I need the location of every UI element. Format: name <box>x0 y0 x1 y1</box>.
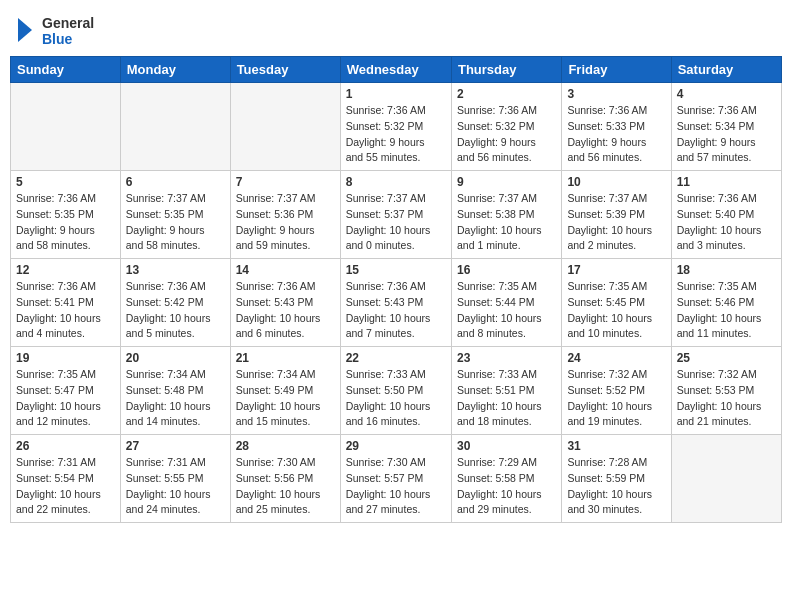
day-info-line: Daylight: 9 hours <box>567 135 665 151</box>
day-info: Sunrise: 7:36 AMSunset: 5:32 PMDaylight:… <box>457 103 556 166</box>
logo: General Blue <box>14 10 94 50</box>
day-info-line: Sunset: 5:41 PM <box>16 295 115 311</box>
day-info-line: Sunset: 5:58 PM <box>457 471 556 487</box>
day-info: Sunrise: 7:37 AMSunset: 5:35 PMDaylight:… <box>126 191 225 254</box>
calendar-cell: 4Sunrise: 7:36 AMSunset: 5:34 PMDaylight… <box>671 83 781 171</box>
day-info-line: and 4 minutes. <box>16 326 115 342</box>
weekday-header: Wednesday <box>340 57 451 83</box>
calendar-cell: 26Sunrise: 7:31 AMSunset: 5:54 PMDayligh… <box>11 435 121 523</box>
day-info-line: Sunset: 5:54 PM <box>16 471 115 487</box>
day-info-line: Daylight: 10 hours <box>16 399 115 415</box>
day-info-line: Daylight: 10 hours <box>16 487 115 503</box>
calendar-week-row: 19Sunrise: 7:35 AMSunset: 5:47 PMDayligh… <box>11 347 782 435</box>
day-info-line: and 29 minutes. <box>457 502 556 518</box>
weekday-header: Tuesday <box>230 57 340 83</box>
calendar-cell: 6Sunrise: 7:37 AMSunset: 5:35 PMDaylight… <box>120 171 230 259</box>
day-info-line: and 58 minutes. <box>16 238 115 254</box>
day-info: Sunrise: 7:30 AMSunset: 5:57 PMDaylight:… <box>346 455 446 518</box>
day-info-line: and 3 minutes. <box>677 238 776 254</box>
day-info-line: Sunrise: 7:37 AM <box>346 191 446 207</box>
day-info-line: Sunset: 5:45 PM <box>567 295 665 311</box>
calendar-cell: 31Sunrise: 7:28 AMSunset: 5:59 PMDayligh… <box>562 435 671 523</box>
day-info-line: and 27 minutes. <box>346 502 446 518</box>
day-number: 12 <box>16 263 115 277</box>
day-info-line: and 2 minutes. <box>567 238 665 254</box>
day-info-line: Daylight: 9 hours <box>457 135 556 151</box>
day-info-line: Sunset: 5:55 PM <box>126 471 225 487</box>
day-info: Sunrise: 7:37 AMSunset: 5:37 PMDaylight:… <box>346 191 446 254</box>
day-number: 10 <box>567 175 665 189</box>
day-info: Sunrise: 7:36 AMSunset: 5:41 PMDaylight:… <box>16 279 115 342</box>
calendar-cell: 19Sunrise: 7:35 AMSunset: 5:47 PMDayligh… <box>11 347 121 435</box>
day-info-line: Sunset: 5:38 PM <box>457 207 556 223</box>
day-info: Sunrise: 7:36 AMSunset: 5:42 PMDaylight:… <box>126 279 225 342</box>
calendar-cell: 15Sunrise: 7:36 AMSunset: 5:43 PMDayligh… <box>340 259 451 347</box>
day-info-line: Sunrise: 7:31 AM <box>126 455 225 471</box>
day-info-line: Daylight: 10 hours <box>236 311 335 327</box>
day-info: Sunrise: 7:36 AMSunset: 5:43 PMDaylight:… <box>346 279 446 342</box>
day-info-line: Daylight: 10 hours <box>16 311 115 327</box>
day-info: Sunrise: 7:29 AMSunset: 5:58 PMDaylight:… <box>457 455 556 518</box>
day-info-line: Sunset: 5:32 PM <box>346 119 446 135</box>
calendar-cell: 29Sunrise: 7:30 AMSunset: 5:57 PMDayligh… <box>340 435 451 523</box>
day-info-line: and 55 minutes. <box>346 150 446 166</box>
calendar-cell <box>230 83 340 171</box>
day-info-line: Sunrise: 7:36 AM <box>16 279 115 295</box>
day-info-line: Daylight: 10 hours <box>346 311 446 327</box>
day-info: Sunrise: 7:37 AMSunset: 5:36 PMDaylight:… <box>236 191 335 254</box>
day-info-line: Daylight: 10 hours <box>236 399 335 415</box>
day-info: Sunrise: 7:32 AMSunset: 5:53 PMDaylight:… <box>677 367 776 430</box>
day-info-line: Daylight: 9 hours <box>16 223 115 239</box>
calendar-week-row: 1Sunrise: 7:36 AMSunset: 5:32 PMDaylight… <box>11 83 782 171</box>
day-info-line: Sunrise: 7:29 AM <box>457 455 556 471</box>
calendar-cell: 18Sunrise: 7:35 AMSunset: 5:46 PMDayligh… <box>671 259 781 347</box>
day-number: 27 <box>126 439 225 453</box>
day-info-line: and 24 minutes. <box>126 502 225 518</box>
calendar-cell: 30Sunrise: 7:29 AMSunset: 5:58 PMDayligh… <box>451 435 561 523</box>
day-info-line: Daylight: 10 hours <box>126 399 225 415</box>
day-info-line: and 19 minutes. <box>567 414 665 430</box>
day-info-line: Sunrise: 7:32 AM <box>677 367 776 383</box>
day-number: 26 <box>16 439 115 453</box>
day-info-line: Daylight: 9 hours <box>346 135 446 151</box>
day-info-line: and 57 minutes. <box>677 150 776 166</box>
weekday-header: Thursday <box>451 57 561 83</box>
day-info: Sunrise: 7:31 AMSunset: 5:55 PMDaylight:… <box>126 455 225 518</box>
day-info: Sunrise: 7:37 AMSunset: 5:39 PMDaylight:… <box>567 191 665 254</box>
calendar-cell: 10Sunrise: 7:37 AMSunset: 5:39 PMDayligh… <box>562 171 671 259</box>
day-info-line: Sunset: 5:40 PM <box>677 207 776 223</box>
day-number: 22 <box>346 351 446 365</box>
day-info-line: Sunset: 5:53 PM <box>677 383 776 399</box>
day-info-line: and 11 minutes. <box>677 326 776 342</box>
day-info-line: Daylight: 10 hours <box>126 487 225 503</box>
day-info-line: Sunset: 5:59 PM <box>567 471 665 487</box>
day-info-line: Sunset: 5:42 PM <box>126 295 225 311</box>
day-number: 28 <box>236 439 335 453</box>
day-info-line: Daylight: 10 hours <box>457 487 556 503</box>
day-info: Sunrise: 7:34 AMSunset: 5:49 PMDaylight:… <box>236 367 335 430</box>
day-info-line: Daylight: 10 hours <box>457 399 556 415</box>
day-info-line: and 22 minutes. <box>16 502 115 518</box>
day-info-line: Sunrise: 7:35 AM <box>16 367 115 383</box>
svg-marker-2 <box>18 18 32 42</box>
day-info-line: Sunrise: 7:36 AM <box>236 279 335 295</box>
day-info-line: Sunset: 5:43 PM <box>236 295 335 311</box>
day-info-line: Sunrise: 7:35 AM <box>677 279 776 295</box>
day-info-line: Sunrise: 7:32 AM <box>567 367 665 383</box>
day-info-line: and 6 minutes. <box>236 326 335 342</box>
day-info-line: Sunrise: 7:36 AM <box>677 103 776 119</box>
calendar-cell: 27Sunrise: 7:31 AMSunset: 5:55 PMDayligh… <box>120 435 230 523</box>
day-number: 18 <box>677 263 776 277</box>
day-info-line: and 5 minutes. <box>126 326 225 342</box>
day-number: 21 <box>236 351 335 365</box>
day-info-line: Daylight: 10 hours <box>567 399 665 415</box>
day-info-line: Sunrise: 7:33 AM <box>346 367 446 383</box>
day-info-line: Daylight: 10 hours <box>677 311 776 327</box>
day-info-line: Sunrise: 7:36 AM <box>126 279 225 295</box>
calendar-cell <box>671 435 781 523</box>
day-info-line: and 10 minutes. <box>567 326 665 342</box>
day-info-line: Sunset: 5:35 PM <box>126 207 225 223</box>
day-info-line: Daylight: 9 hours <box>677 135 776 151</box>
day-info-line: Sunrise: 7:34 AM <box>126 367 225 383</box>
day-info-line: Daylight: 10 hours <box>346 487 446 503</box>
